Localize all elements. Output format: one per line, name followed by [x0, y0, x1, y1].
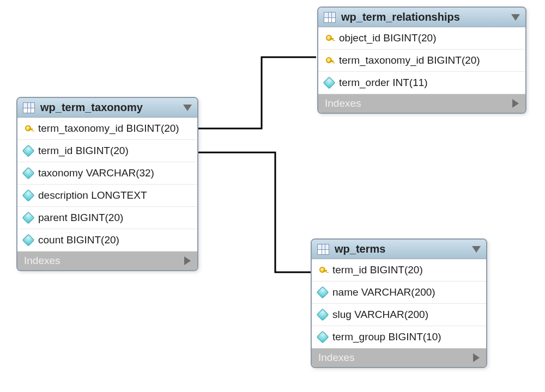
key-icon: [325, 56, 334, 65]
column-label: term_taxonomy_id BIGINT(20): [339, 54, 480, 66]
indexes-label: Indexes: [318, 352, 473, 364]
table-header[interactable]: wp_term_relationships: [318, 8, 525, 27]
collapse-icon[interactable]: [472, 246, 481, 253]
column-label: term_taxonomy_id BIGINT(20): [38, 122, 179, 134]
diamond-icon: [317, 331, 329, 344]
diamond-icon: [317, 286, 329, 299]
diamond-icon: [22, 189, 35, 202]
column-row: slug VARCHAR(200): [312, 304, 486, 326]
column-label: name VARCHAR(200): [332, 286, 435, 298]
column-label: slug VARCHAR(200): [332, 309, 428, 321]
column-label: term_id BIGINT(20): [38, 145, 129, 157]
key-icon: [318, 266, 327, 274]
diamond-icon: [323, 77, 336, 89]
column-row: name VARCHAR(200): [312, 281, 486, 304]
table-title: wp_term_taxonomy: [40, 101, 178, 114]
column-row: term_taxonomy_id BIGINT(20): [17, 118, 197, 140]
table-wp-term-taxonomy[interactable]: wp_term_taxonomy term_taxonomy_id BIGINT…: [16, 97, 198, 271]
column-row: term_group BIGINT(10): [312, 326, 486, 348]
collapse-icon[interactable]: [511, 14, 520, 21]
indexes-row[interactable]: Indexes: [312, 348, 486, 367]
column-label: term_group BIGINT(10): [332, 331, 441, 343]
diamond-icon: [22, 234, 35, 247]
column-label: term_order INT(11): [339, 77, 428, 89]
column-row: description LONGTEXT: [17, 185, 197, 207]
table-wp-terms[interactable]: wp_terms term_id BIGINT(20) name VARCHAR…: [311, 238, 487, 368]
column-row: taxonomy VARCHAR(32): [17, 162, 197, 185]
table-wp-term-relationships[interactable]: wp_term_relationships object_id BIGINT(2…: [317, 7, 526, 114]
diamond-icon: [22, 145, 35, 157]
indexes-row[interactable]: Indexes: [17, 252, 197, 270]
column-label: taxonomy VARCHAR(32): [38, 167, 154, 179]
column-row: parent BIGINT(20): [17, 207, 197, 229]
diamond-icon: [22, 167, 35, 180]
table-title: wp_term_relationships: [341, 11, 506, 23]
diamond-icon: [317, 309, 329, 321]
expand-icon[interactable]: [184, 256, 191, 265]
table-title: wp_terms: [335, 243, 467, 255]
column-label: count BIGINT(20): [38, 234, 119, 246]
table-icon: [317, 244, 329, 255]
column-row: object_id BIGINT(20): [318, 27, 525, 50]
column-row: term_taxonomy_id BIGINT(20): [318, 50, 525, 72]
column-label: description LONGTEXT: [38, 189, 147, 201]
column-row: term_order INT(11): [318, 72, 525, 94]
key-icon: [325, 34, 334, 42]
key-icon: [24, 124, 33, 133]
collapse-icon[interactable]: [183, 105, 192, 111]
table-icon: [23, 102, 35, 113]
table-header[interactable]: wp_term_taxonomy: [17, 98, 197, 118]
column-label: term_id BIGINT(20): [332, 264, 423, 276]
expand-icon[interactable]: [512, 99, 519, 108]
expand-icon[interactable]: [473, 353, 480, 362]
table-icon: [324, 12, 336, 23]
indexes-label: Indexes: [24, 255, 184, 267]
column-label: object_id BIGINT(20): [339, 32, 436, 44]
column-row: term_id BIGINT(20): [312, 259, 486, 281]
column-label: parent BIGINT(20): [38, 212, 123, 224]
table-header[interactable]: wp_terms: [312, 240, 486, 259]
indexes-label: Indexes: [325, 97, 512, 109]
indexes-row[interactable]: Indexes: [318, 94, 525, 113]
column-row: term_id BIGINT(20): [17, 140, 197, 162]
diamond-icon: [22, 212, 35, 224]
column-row: count BIGINT(20): [17, 229, 197, 252]
